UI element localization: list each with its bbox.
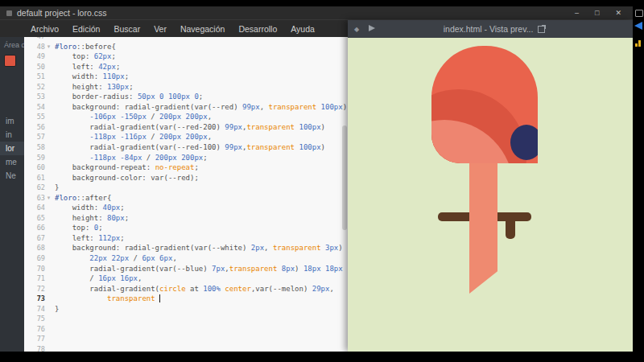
fold-gutter — [45, 102, 52, 113]
code-line[interactable]: 48▾#loro::before{ — [24, 42, 348, 52]
code-line[interactable]: 68 background: radial-gradient(var(--whi… — [24, 243, 348, 253]
line-number: 64 — [24, 203, 45, 213]
overlay-strip — [633, 0, 644, 362]
fold-gutter — [45, 92, 52, 102]
fold-gutter — [45, 344, 52, 352]
preview-title: index.html - Vista prev... — [444, 24, 534, 34]
menu-ayuda[interactable]: Ayuda — [291, 24, 315, 34]
fold-gutter — [45, 203, 52, 213]
minimize-button[interactable]: – — [575, 9, 579, 17]
code-line[interactable]: 58 radial-gradient(var(--red-100) 99px,t… — [24, 142, 348, 153]
fold-gutter — [45, 51, 52, 62]
fold-gutter — [45, 304, 52, 315]
line-number: 58 — [24, 142, 45, 153]
code-line[interactable]: 51 width: 110px; — [24, 72, 348, 82]
code-text: } — [52, 183, 59, 193]
code-line[interactable]: 60 background-repeat: no-repeat; — [24, 162, 348, 173]
code-line[interactable]: 66 top: 0; — [24, 223, 348, 233]
code-line[interactable]: 59 -118px -84px / 200px 200px; — [24, 153, 348, 163]
editor-scrollbar[interactable] — [342, 37, 347, 352]
menu-desarrollo[interactable]: Desarrollo — [238, 24, 277, 34]
window-controls: – □ ✕ — [575, 9, 633, 17]
menu-archivo[interactable]: Archivo — [31, 24, 59, 34]
working-files-label: Área de t — [0, 37, 24, 49]
code-line[interactable]: 76 — [24, 324, 348, 335]
send-icon[interactable] — [369, 25, 375, 33]
file-item[interactable]: lor — [0, 142, 24, 155]
line-number: 61 — [24, 173, 45, 183]
file-item[interactable]: im — [0, 114, 24, 128]
code-line[interactable]: 54 background: radial-gradient(var(--red… — [24, 102, 348, 113]
maximize-button[interactable]: □ — [595, 9, 599, 17]
close-button[interactable]: ✕ — [615, 9, 621, 17]
fold-gutter — [45, 132, 52, 142]
overlay-meter-icon[interactable] — [635, 40, 641, 47]
code-line[interactable]: 52 height: 130px; — [24, 82, 348, 93]
menubar: ArchivoEdiciónBuscarVerNavegaciónDesarro… — [0, 20, 348, 37]
overlay-window-icon[interactable] — [635, 10, 643, 17]
line-number: 76 — [24, 324, 45, 335]
menu-navegación[interactable]: Navegación — [180, 24, 225, 34]
code-line[interactable]: 67 left: 112px; — [24, 233, 348, 244]
file-item[interactable]: in — [0, 128, 24, 142]
fold-arrow-icon[interactable]: ▾ — [45, 193, 52, 204]
code-line[interactable]: 61 background-color: var(--red); — [24, 173, 348, 183]
code-line[interactable]: 73 transparent — [24, 294, 348, 304]
code-lines: 4748▾#loro::before{49 top: 62px;50 left:… — [24, 37, 348, 352]
external-link-icon[interactable] — [538, 26, 545, 33]
code-text: left: 42px; — [52, 62, 120, 72]
code-line[interactable]: 70 radial-gradient(var(--blue) 7px,trans… — [24, 264, 348, 274]
fold-gutter — [45, 264, 52, 274]
code-line[interactable]: 55 -106px -150px / 200px 200px, — [24, 112, 348, 122]
code-line[interactable]: 77 — [24, 334, 348, 344]
menu-ver[interactable]: Ver — [154, 24, 167, 34]
code-line[interactable]: 53 border-radius: 50px 0 100px 0; — [24, 92, 348, 102]
fold-gutter — [45, 183, 52, 193]
live-preview-window: ◆ index.html - Vista prev... — [348, 20, 633, 352]
code-line[interactable]: 65 height: 80px; — [24, 213, 348, 224]
line-number: 65 — [24, 213, 45, 224]
overlay-pointer-icon[interactable] — [634, 22, 642, 30]
line-number: 54 — [24, 102, 45, 113]
line-number: 69 — [24, 253, 45, 264]
app-icon — [6, 10, 12, 16]
line-number: 68 — [24, 243, 45, 253]
code-line[interactable]: 71 / 16px 16px, — [24, 274, 348, 284]
code-text: background-repeat: no-repeat; — [52, 162, 199, 173]
code-line[interactable]: 69 22px 22px / 6px 6px, — [24, 253, 348, 264]
code-text — [52, 314, 55, 324]
code-text: background: radial-gradient(var(--white)… — [52, 243, 343, 253]
file-item[interactable]: me — [0, 155, 24, 169]
code-line[interactable]: 62} — [24, 183, 348, 193]
fold-gutter — [45, 334, 52, 344]
code-line[interactable]: 74} — [24, 304, 348, 315]
line-number: 77 — [24, 334, 45, 344]
parrot-beak — [510, 125, 538, 160]
menu-edición[interactable]: Edición — [72, 24, 100, 34]
line-number: 78 — [24, 344, 45, 352]
letterbox-bottom — [0, 352, 644, 362]
menu-buscar[interactable]: Buscar — [114, 24, 140, 34]
letterbox-top — [0, 0, 644, 6]
line-number: 51 — [24, 72, 45, 82]
code-line[interactable]: 64 width: 40px; — [24, 203, 348, 213]
fold-gutter — [45, 243, 52, 253]
scrollbar-thumb[interactable] — [342, 125, 347, 230]
code-line[interactable]: 72 radial-gradient(circle at 100% center… — [24, 284, 348, 294]
code-text — [52, 324, 55, 335]
code-line[interactable]: 78 — [24, 344, 348, 352]
code-editor[interactable]: 4748▾#loro::before{49 top: 62px;50 left:… — [24, 37, 348, 352]
project-color-swatch — [4, 55, 16, 67]
fold-arrow-icon[interactable]: ▾ — [45, 42, 52, 52]
code-line[interactable]: 50 left: 42px; — [24, 62, 348, 72]
code-line[interactable]: 49 top: 62px; — [24, 51, 348, 62]
preview-titlebar[interactable]: ◆ index.html - Vista prev... — [348, 20, 633, 38]
code-line[interactable]: 75 — [24, 314, 348, 324]
line-number: 53 — [24, 92, 45, 102]
code-line[interactable]: 57 -118px -116px / 200px 200px, — [24, 132, 348, 142]
fold-gutter — [45, 314, 52, 324]
fold-gutter — [45, 173, 52, 183]
code-line[interactable]: 56 radial-gradient(var(--red-200) 99px,t… — [24, 122, 348, 133]
code-line[interactable]: 63▾#loro::after{ — [24, 193, 348, 204]
file-item[interactable]: Ne — [0, 169, 24, 183]
